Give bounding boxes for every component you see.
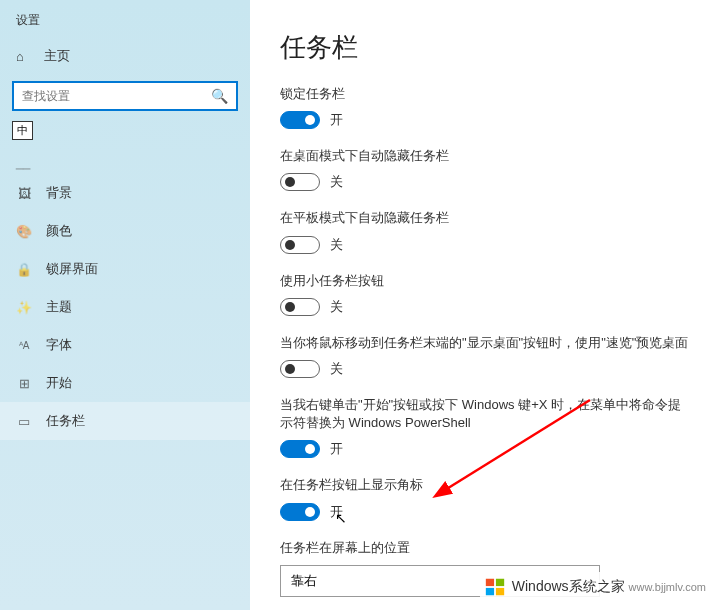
toggle-state-text: 开 <box>330 111 343 129</box>
svg-rect-4 <box>496 588 504 595</box>
toggle-state-text: 开 <box>330 503 343 521</box>
ime-badge: 中 <box>12 121 33 140</box>
sidebar-item-taskbar[interactable]: ▭ 任务栏 <box>0 402 250 440</box>
palette-icon: 🎨 <box>16 224 32 239</box>
search-input[interactable] <box>22 89 211 103</box>
setting-label: 任务栏在屏幕上的位置 <box>280 539 690 557</box>
sidebar-item-colors[interactable]: 🎨 颜色 <box>0 212 250 250</box>
toggle-autohide-tablet[interactable] <box>280 236 320 254</box>
themes-icon: ✨ <box>16 300 32 315</box>
lock-icon: 🔒 <box>16 262 32 277</box>
setting-peek-preview: 当你将鼠标移动到任务栏末端的"显示桌面"按钮时，使用"速览"预览桌面 关 <box>280 334 690 378</box>
dropdown-value: 靠右 <box>291 572 317 590</box>
toggle-small-buttons[interactable] <box>280 298 320 316</box>
sidebar-item-label: 锁屏界面 <box>46 260 98 278</box>
windows-logo-icon <box>484 576 506 598</box>
sidebar-item-label: 背景 <box>46 184 72 202</box>
toggle-lock-taskbar[interactable] <box>280 111 320 129</box>
setting-label: 当我右键单击"开始"按钮或按下 Windows 键+X 时，在菜单中将命令提示符… <box>280 396 690 432</box>
sidebar-home-label: 主页 <box>44 47 70 65</box>
toggle-peek-preview[interactable] <box>280 360 320 378</box>
setting-powershell: 当我右键单击"开始"按钮或按下 Windows 键+X 时，在菜单中将命令提示符… <box>280 396 690 458</box>
toggle-state-text: 开 <box>330 440 343 458</box>
setting-label: 使用小任务栏按钮 <box>280 272 690 290</box>
setting-lock-taskbar: 锁定任务栏 开 <box>280 85 690 129</box>
sidebar-item-themes[interactable]: ✨ 主题 <box>0 288 250 326</box>
sidebar-item-label: 字体 <box>46 336 72 354</box>
app-title: 设置 <box>0 8 250 39</box>
main-content: 任务栏 锁定任务栏 开 在桌面模式下自动隐藏任务栏 关 在平板模式下自动隐藏任务… <box>250 0 720 610</box>
taskbar-icon: ▭ <box>16 414 32 429</box>
watermark-text: Windows系统之家 <box>512 578 625 596</box>
sidebar-item-lockscreen[interactable]: 🔒 锁屏界面 <box>0 250 250 288</box>
toggle-state-text: 关 <box>330 236 343 254</box>
svg-rect-2 <box>496 579 504 586</box>
setting-label: 在平板模式下自动隐藏任务栏 <box>280 209 690 227</box>
watermark: Windows系统之家 www.bjjmlv.com <box>480 572 710 602</box>
svg-rect-1 <box>486 579 494 586</box>
toggle-badges[interactable] <box>280 503 320 521</box>
setting-badges: 在任务栏按钮上显示角标 开 <box>280 476 690 520</box>
section-label: ⎯⎯ <box>0 140 250 174</box>
sidebar-item-label: 开始 <box>46 374 72 392</box>
setting-label: 锁定任务栏 <box>280 85 690 103</box>
page-title: 任务栏 <box>280 30 690 65</box>
search-box[interactable]: 🔍 <box>12 81 238 111</box>
toggle-powershell[interactable] <box>280 440 320 458</box>
sidebar-item-fonts[interactable]: ᴬA 字体 <box>0 326 250 364</box>
search-icon: 🔍 <box>211 88 228 104</box>
setting-label: 当你将鼠标移动到任务栏末端的"显示桌面"按钮时，使用"速览"预览桌面 <box>280 334 690 352</box>
sidebar-item-label: 任务栏 <box>46 412 85 430</box>
home-icon: ⌂ <box>16 49 32 64</box>
font-icon: ᴬA <box>16 340 32 351</box>
sidebar-item-label: 颜色 <box>46 222 72 240</box>
start-icon: ⊞ <box>16 376 32 391</box>
sidebar-home[interactable]: ⌂ 主页 <box>0 39 250 73</box>
sidebar: 设置 ⌂ 主页 🔍 中 ⎯⎯ 🖼 背景 🎨 颜色 🔒 锁屏界面 ✨ 主题 <box>0 0 250 610</box>
setting-small-buttons: 使用小任务栏按钮 关 <box>280 272 690 316</box>
setting-label: 在任务栏按钮上显示角标 <box>280 476 690 494</box>
toggle-state-text: 关 <box>330 298 343 316</box>
image-icon: 🖼 <box>16 186 32 201</box>
toggle-state-text: 关 <box>330 360 343 378</box>
toggle-autohide-desktop[interactable] <box>280 173 320 191</box>
setting-autohide-tablet: 在平板模式下自动隐藏任务栏 关 <box>280 209 690 253</box>
sidebar-item-start[interactable]: ⊞ 开始 <box>0 364 250 402</box>
sidebar-item-label: 主题 <box>46 298 72 316</box>
setting-autohide-desktop: 在桌面模式下自动隐藏任务栏 关 <box>280 147 690 191</box>
toggle-state-text: 关 <box>330 173 343 191</box>
watermark-url: www.bjjmlv.com <box>629 581 706 593</box>
setting-label: 在桌面模式下自动隐藏任务栏 <box>280 147 690 165</box>
svg-rect-3 <box>486 588 494 595</box>
sidebar-item-background[interactable]: 🖼 背景 <box>0 174 250 212</box>
